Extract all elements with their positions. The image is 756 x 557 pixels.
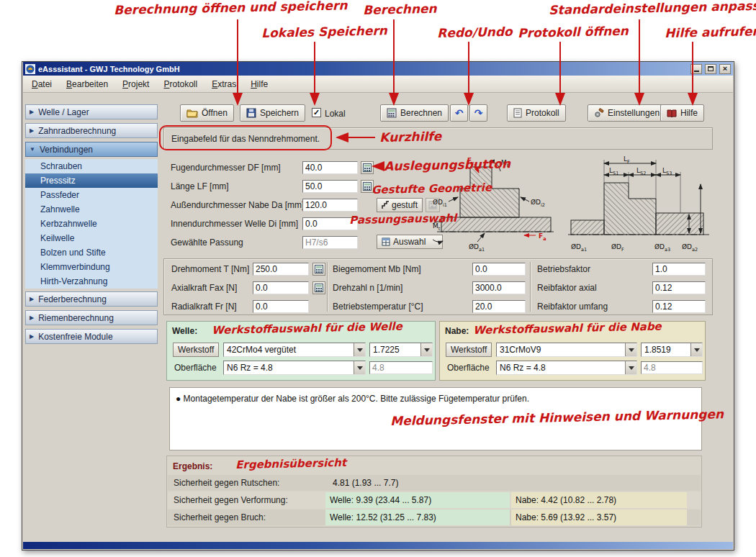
sidebar-item-klemmverbindung[interactable]: Klemmverbindung — [25, 260, 158, 274]
callout-protocol: Protokoll öffnen — [518, 24, 629, 40]
results-title: Ergebnis: — [173, 461, 212, 471]
local-checkbox-label: Lokal — [325, 109, 346, 119]
passung-field: H7/s6 — [302, 236, 358, 249]
hub-werkstoff-label: Werkstoff — [451, 345, 487, 355]
calculator-icon — [315, 265, 323, 273]
biegemoment-input[interactable] — [472, 263, 526, 276]
hub-werkstoff-button[interactable]: Werkstoff — [446, 343, 492, 357]
sidebar-item-label: Verbindungen — [40, 145, 93, 155]
innendurchmesser-input[interactable] — [302, 217, 358, 230]
help-button[interactable]: Hilfe — [660, 104, 704, 122]
field-label: Betriebsfaktor — [537, 264, 590, 274]
undo-button[interactable]: ↶ — [450, 104, 468, 122]
sidebar-item-riemenberechnung[interactable]: ▶Riemenberechnung — [25, 310, 158, 325]
menu-projekt[interactable]: Projekt — [122, 79, 149, 89]
reibfaktor-umfang-input[interactable] — [652, 300, 706, 313]
local-checkbox[interactable]: ✓ — [312, 108, 321, 117]
shaft-material-dropdown[interactable]: 42CrMo4 vergütet — [223, 343, 366, 357]
shaft-material-number: 1.7225 — [370, 345, 420, 355]
chevron-down-icon[interactable] — [420, 343, 432, 356]
sidebar-item-hirth-verzahnung[interactable]: Hirth-Verzahnung — [25, 274, 158, 289]
shaft-panel-title: Welle: — [172, 326, 197, 336]
close-button[interactable]: × — [719, 64, 731, 74]
design-calc-button[interactable] — [312, 263, 325, 276]
quick-help-text: Eingabefeld für das Nenndrehmoment. — [171, 134, 320, 144]
field-label: Drehzahl n [1/min] — [333, 283, 402, 293]
loads-section: Drehmoment T [Nm] Axialkraft Fax [N] Rad… — [163, 258, 713, 315]
window-title: eAsssistant - GWJ Technology GmbH — [38, 65, 688, 73]
folder-open-icon — [186, 108, 198, 118]
sidebar-item-kerbzahnwelle[interactable]: Kerbzahnwelle — [25, 217, 158, 231]
divider — [327, 262, 328, 312]
redo-button[interactable]: ↷ — [469, 104, 487, 122]
sidebar-item-keilwelle[interactable]: Keilwelle — [25, 231, 158, 245]
laenge-input[interactable] — [302, 180, 358, 193]
chevron-down-icon: ▼ — [30, 146, 35, 153]
sidebar-item-kostenfreie-module[interactable]: ▶Kostenfreie Module — [25, 329, 158, 344]
result-label: Sicherheit gegen Bruch: — [174, 510, 266, 525]
sidebar-item-zahnwelle[interactable]: Zahnwelle — [25, 202, 158, 217]
fugendurchmesser-input[interactable] — [302, 161, 358, 174]
save-button[interactable]: Speichern — [240, 104, 305, 122]
betriebsfaktor-input[interactable] — [652, 263, 706, 276]
calculator-icon — [387, 108, 397, 118]
sidebar-item-welle-lager[interactable]: ▶Welle / Lager — [25, 104, 158, 119]
sidebar-item-federberechnung[interactable]: ▶Federberechnung — [25, 291, 158, 307]
tools-icon — [594, 108, 604, 118]
aussendurchmesser-input[interactable] — [302, 199, 358, 212]
calculate-button-label: Berechnen — [400, 108, 442, 118]
chevron-down-icon[interactable] — [625, 361, 636, 374]
field-label: Betriebstemperatur [°C] — [333, 302, 423, 312]
axialkraft-input[interactable] — [253, 281, 309, 294]
sidebar-item-bolzen-und-stifte[interactable]: Bolzen und Stifte — [25, 245, 158, 260]
chevron-down-icon[interactable] — [625, 343, 636, 356]
hub-material-panel: Nabe: Werkstoff 31CrMoV9 1.8519 Oberfläc… — [439, 321, 706, 381]
menu-bar: Datei Bearbeiten Projekt Protokoll Extra… — [23, 76, 733, 93]
shaft-surface-value: N6 Rz = 4.8 — [224, 363, 354, 373]
hub-panel-title: Nabe: — [445, 326, 469, 336]
maximize-button[interactable] — [705, 64, 716, 74]
menu-bearbeiten[interactable]: Bearbeiten — [66, 79, 108, 89]
calculate-button[interactable]: Berechnen — [380, 104, 449, 122]
close-icon: × — [723, 65, 727, 73]
settings-button[interactable]: Einstellungen — [588, 104, 666, 122]
design-calc-button[interactable] — [312, 281, 325, 294]
shaft-werkstoff-button[interactable]: Werkstoff — [173, 343, 219, 357]
drehmoment-input[interactable] — [253, 263, 309, 276]
menu-datei[interactable]: Datei — [32, 79, 52, 89]
save-button-label: Speichern — [260, 108, 299, 118]
minimize-button[interactable] — [690, 64, 702, 74]
hub-material-dropdown[interactable]: 31CrMoV9 — [496, 343, 637, 357]
hub-material-number-dropdown[interactable]: 1.8519 — [641, 343, 703, 357]
sidebar-item-schrauben[interactable]: Schrauben — [25, 159, 158, 173]
shaft-material-number-dropdown[interactable]: 1.7225 — [369, 343, 433, 357]
chevron-down-icon[interactable] — [690, 343, 702, 356]
chevron-down-icon[interactable] — [354, 343, 365, 356]
betriebstemperatur-input[interactable] — [472, 300, 526, 313]
drehzahl-input[interactable] — [472, 281, 526, 294]
radialkraft-input[interactable] — [253, 300, 309, 313]
chevron-down-icon[interactable] — [354, 361, 365, 374]
open-button[interactable]: Öffnen — [180, 104, 234, 122]
menu-extras[interactable]: Extras — [212, 79, 236, 89]
protocol-button[interactable]: Protokoll — [507, 104, 566, 122]
sidebar-item-zahnradberechnung[interactable]: ▶Zahnradberechnung — [25, 123, 158, 138]
menu-hilfe[interactable]: Hilfe — [251, 79, 268, 89]
document-icon — [513, 108, 522, 118]
menu-protokoll[interactable]: Protokoll — [163, 79, 197, 89]
design-calc-button[interactable] — [361, 180, 374, 193]
shaft-surface-dropdown[interactable]: N6 Rz = 4.8 — [223, 361, 366, 375]
hub-surface-label: Oberfläche — [447, 363, 490, 373]
reibfaktor-axial-input[interactable] — [652, 281, 706, 294]
drawing-label-da1b: ØDa1 — [571, 243, 587, 253]
sidebar-item-verbindungen[interactable]: ▼Verbindungen — [25, 142, 158, 157]
drawing-label-mt: Mt — [433, 222, 441, 232]
stepped-geometry-button[interactable]: gestuft — [377, 198, 423, 212]
hub-surface-dropdown[interactable]: N6 Rz = 4.8 — [496, 361, 637, 375]
field-label: Axialkraft Fax [N] — [171, 283, 237, 293]
field-label: Reibfaktor umfang — [537, 302, 608, 312]
design-calc-button[interactable] — [361, 161, 374, 174]
sidebar-item-presssitz[interactable]: Presssitz — [25, 173, 158, 188]
sidebar-item-passfeder[interactable]: Passfeder — [25, 188, 158, 202]
sidebar: ▶Welle / Lager ▶Zahnradberechnung ▼Verbi… — [25, 104, 158, 348]
